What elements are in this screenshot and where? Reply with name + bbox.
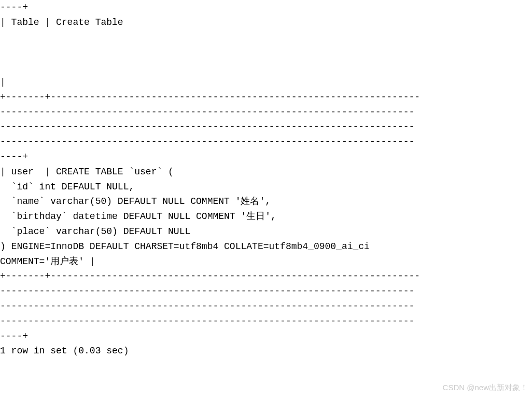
terminal-line: | Table | Create Table [0, 15, 532, 30]
terminal-line: `place` varchar(50) DEFAULT NULL [0, 224, 532, 239]
terminal-line: `id` int DEFAULT NULL, [0, 180, 532, 195]
terminal-line: +-------+-------------------------------… [0, 90, 532, 105]
terminal-line: ----------------------------------------… [0, 134, 532, 149]
watermark-text: CSDN @new出新对象！ [443, 381, 528, 394]
terminal-line: ----------------------------------------… [0, 299, 532, 314]
terminal-line: ----------------------------------------… [0, 314, 532, 329]
terminal-line: `name` varchar(50) DEFAULT NULL COMMENT … [0, 194, 532, 209]
terminal-line: | [0, 75, 532, 90]
terminal-line: ----------------------------------------… [0, 119, 532, 134]
terminal-line: 1 row in set (0.03 sec) [0, 344, 532, 359]
terminal-line: `birthday` datetime DEFAULT NULL COMMENT… [0, 209, 532, 224]
terminal-output: ----+| Table | Create Table [0, 0, 532, 359]
terminal-line: +-------+-------------------------------… [0, 269, 532, 284]
terminal-line: ----+ [0, 329, 532, 344]
terminal-line [0, 45, 532, 60]
terminal-line: ----+ [0, 0, 532, 15]
terminal-line: ----------------------------------------… [0, 105, 532, 120]
terminal-line: COMMENT='用户表' | [0, 254, 532, 269]
terminal-line: | user | CREATE TABLE `user` ( [0, 164, 532, 180]
terminal-line: ----------------------------------------… [0, 284, 532, 299]
terminal-line [0, 30, 532, 45]
terminal-line: ) ENGINE=InnoDB DEFAULT CHARSET=utf8mb4 … [0, 239, 532, 254]
terminal-line [0, 60, 532, 75]
terminal-line: ----+ [0, 149, 532, 164]
